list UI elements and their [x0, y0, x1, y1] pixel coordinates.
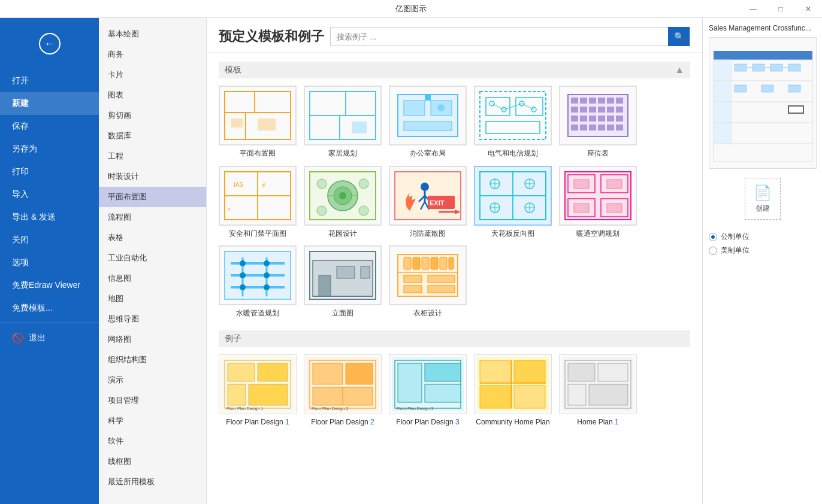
hvac-icon — [562, 169, 634, 223]
nav-item-table[interactable]: 表格 — [99, 227, 206, 248]
svg-rect-178 — [589, 384, 628, 405]
svg-rect-15 — [352, 122, 367, 133]
sidebar-item-save[interactable]: 保存 — [0, 115, 99, 138]
unit-radio-group: 公制单位 美制单位 — [709, 232, 816, 256]
nav-item-basic[interactable]: 基本绘图 — [99, 24, 206, 44]
sidebar-item-export[interactable]: 导出 & 发送 — [0, 206, 99, 229]
back-button[interactable]: ← — [6, 27, 93, 60]
search-input[interactable] — [331, 28, 668, 45]
nav-item-fashion[interactable]: 时装设计 — [99, 166, 206, 187]
create-button[interactable]: 📄 创建 — [745, 178, 781, 220]
svg-text:IAS: IAS — [234, 181, 243, 188]
svg-point-122 — [240, 260, 246, 266]
svg-rect-60 — [616, 125, 623, 130]
nav-item-info[interactable]: 信息图 — [99, 268, 206, 289]
svg-rect-1 — [225, 92, 255, 113]
close-button[interactable]: ✕ — [794, 0, 822, 18]
nav-item-engineering[interactable]: 工程 — [99, 146, 206, 166]
template-seating[interactable]: 座位表 — [559, 86, 637, 159]
svg-rect-138 — [422, 257, 429, 269]
template-floor-plan[interactable]: 平面布置图 — [219, 86, 297, 159]
maximize-button[interactable]: □ — [767, 0, 794, 18]
template-electrical[interactable]: 电气和电信规划 — [474, 86, 552, 159]
svg-rect-49 — [571, 116, 578, 122]
sidebar-item-save-as[interactable]: 另存为 — [0, 138, 99, 160]
template-ceiling[interactable]: 天花板反向图 — [474, 166, 552, 239]
sidebar-item-open[interactable]: 打开 — [0, 69, 99, 92]
sidebar-item-viewer[interactable]: 免费Edraw Viewer — [0, 274, 99, 297]
template-home-plan[interactable]: 家居规划 — [304, 86, 382, 159]
sidebar-item-new[interactable]: 新建 — [0, 92, 99, 115]
svg-rect-20 — [404, 101, 425, 116]
example-floor-plan-2[interactable]: Floor Plan Design 2 Floor Plan Design 2 — [304, 354, 382, 427]
template-security[interactable]: IAS ⚡ Ir 安全和门禁平面图 — [219, 166, 297, 239]
svg-rect-144 — [404, 286, 422, 293]
nav-item-flowchart[interactable]: 流程图 — [99, 207, 206, 227]
sidebar-item-exit[interactable]: 🚫 退出 — [0, 323, 99, 350]
nav-item-science[interactable]: 科学 — [99, 411, 206, 431]
svg-point-74 — [359, 179, 368, 189]
nav-item-mindmap[interactable]: 思维导图 — [99, 309, 206, 329]
template-office[interactable]: 办公室布局 — [389, 86, 467, 159]
title-bar: 亿图图示 — □ ✕ — [0, 0, 822, 18]
sidebar-item-close[interactable]: 关闭 — [0, 229, 99, 251]
imperial-radio-button[interactable] — [709, 247, 717, 255]
example-floor-plan-3[interactable]: Floor Plan Design 3 Floor Plan Design 3 — [389, 354, 467, 427]
nav-item-card[interactable]: 卡片 — [99, 65, 206, 85]
metric-unit-option[interactable]: 公制单位 — [709, 232, 816, 242]
nav-item-org[interactable]: 组织结构图 — [99, 350, 206, 370]
template-garden[interactable]: 花园设计 — [304, 166, 382, 239]
svg-point-72 — [339, 192, 346, 199]
sidebar-item-import[interactable]: 导入 — [0, 183, 99, 206]
template-plumbing[interactable]: 水暖管道规划 — [219, 245, 297, 318]
template-hvac[interactable]: 暖通空调规划 — [559, 166, 637, 239]
svg-rect-151 — [249, 384, 288, 405]
back-circle-icon[interactable]: ← — [39, 33, 61, 54]
nav-item-recent[interactable]: 最近所用模板 — [99, 472, 206, 492]
print-label: 打印 — [12, 166, 29, 177]
nav-item-floorplan[interactable]: 平面布置图 — [99, 187, 206, 207]
example-2-thumb: Floor Plan Design 2 — [304, 354, 382, 414]
nav-item-clipart[interactable]: 剪切画 — [99, 105, 206, 126]
nav-item-map[interactable]: 地图 — [99, 289, 206, 309]
svg-text:Floor Plan Design 3: Floor Plan Design 3 — [397, 406, 434, 411]
svg-text:Ir: Ir — [228, 207, 231, 212]
create-label: 创建 — [755, 204, 770, 214]
template-elevation[interactable]: 立面图 — [304, 245, 382, 318]
template-wardrobe[interactable]: 衣柜设计 — [389, 245, 467, 318]
ceiling-icon — [477, 169, 549, 223]
nav-item-wireframe[interactable]: 线框图 — [99, 451, 206, 472]
template-fire-exit[interactable]: EXIT 消防疏散图 — [389, 166, 467, 239]
example-home-plan-1[interactable]: Home Plan 1 — [559, 354, 637, 427]
example-community-home[interactable]: Community Home Plan — [474, 354, 552, 427]
ceiling-thumb — [474, 166, 552, 226]
nav-item-presentation[interactable]: 演示 — [99, 370, 206, 390]
metric-radio-button[interactable] — [709, 233, 717, 241]
search-button[interactable]: 🔍 — [668, 27, 690, 46]
office-label: 办公室布局 — [410, 149, 446, 159]
examples-grid: Floor Plan Design 1 Floor Plan Design 1 — [219, 354, 690, 427]
nav-item-business[interactable]: 商务 — [99, 44, 206, 65]
svg-rect-140 — [440, 257, 447, 269]
page-title: 预定义模板和例子 — [219, 28, 324, 45]
scroll-up-arrow[interactable]: ▲ — [675, 65, 684, 75]
imperial-unit-option[interactable]: 美制单位 — [709, 245, 816, 256]
nav-item-chart[interactable]: 图表 — [99, 85, 206, 105]
svg-rect-52 — [598, 116, 605, 122]
fire-exit-icon: EXIT — [392, 169, 464, 223]
minimize-button[interactable]: — — [739, 0, 767, 18]
sidebar-item-print[interactable]: 打印 — [0, 160, 99, 183]
templates-section-header: 模板 ▲ — [219, 62, 690, 78]
security-label: 安全和门禁平面图 — [229, 229, 286, 239]
svg-rect-200 — [788, 106, 803, 113]
nav-item-industrial[interactable]: 工业自动化 — [99, 248, 206, 268]
svg-rect-164 — [425, 384, 461, 402]
nav-item-project[interactable]: 项目管理 — [99, 390, 206, 411]
sidebar-item-free-templates[interactable]: 免费模板... — [0, 297, 99, 320]
nav-item-software[interactable]: 软件 — [99, 431, 206, 451]
nav-item-network[interactable]: 网络图 — [99, 329, 206, 350]
exit-icon: 🚫 — [12, 332, 24, 344]
nav-item-database[interactable]: 数据库 — [99, 126, 206, 146]
example-floor-plan-1[interactable]: Floor Plan Design 1 Floor Plan Design 1 — [219, 354, 297, 427]
sidebar-item-options[interactable]: 选项 — [0, 251, 99, 274]
